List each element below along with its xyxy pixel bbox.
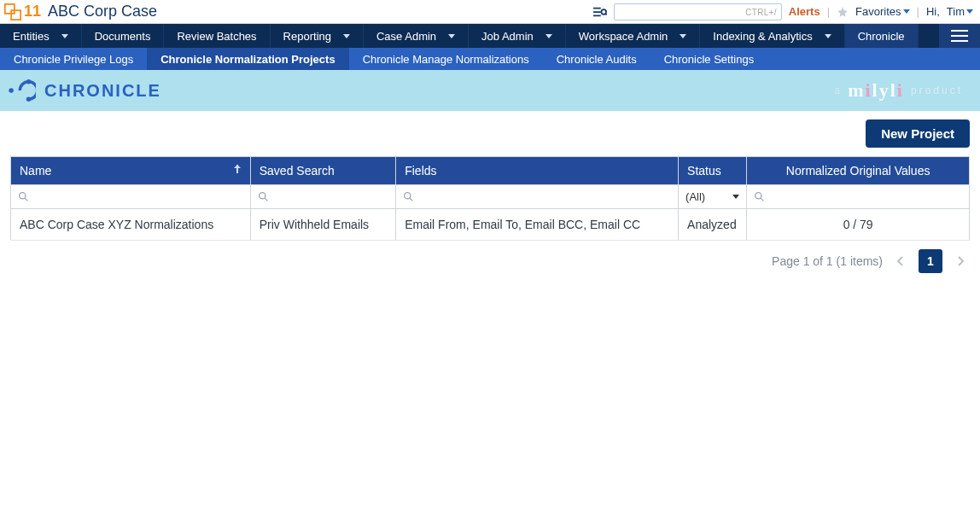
filter-fields[interactable] (403, 190, 671, 203)
col-header-saved-search[interactable]: Saved Search (250, 157, 395, 185)
a-text: a (834, 84, 841, 96)
svg-line-15 (761, 198, 763, 201)
chevron-left-icon (896, 255, 905, 267)
filter-saved-search-input[interactable] (274, 190, 388, 203)
filter-fields-input[interactable] (419, 190, 671, 203)
nav-chronicle[interactable]: Chronicle (845, 24, 919, 48)
subnav-privilege-logs[interactable]: Chronicle Privilege Logs (0, 48, 147, 70)
search-shortcut: CTRL+/ (745, 7, 777, 16)
svg-point-4 (26, 79, 31, 84)
pagination-summary: Page 1 of 1 (1 items) (772, 254, 883, 268)
filter-name-input[interactable] (34, 190, 243, 203)
page-number-current[interactable]: 1 (919, 249, 942, 273)
chevron-down-icon (61, 34, 68, 38)
global-search: CTRL+/ (614, 3, 782, 20)
divider: | (827, 5, 830, 18)
filter-name[interactable] (18, 190, 243, 203)
actions-row: New Project (10, 119, 970, 148)
svg-point-6 (9, 88, 13, 92)
nav-entities[interactable]: Entities (0, 24, 82, 48)
chevron-down-icon (825, 34, 831, 38)
filter-status-value: (All) (685, 190, 705, 203)
relativity-icon (3, 3, 22, 21)
hamburger-menu[interactable] (939, 24, 980, 48)
topbar: 11 ABC Corp Case CTRL+/ Alerts | Favorit… (0, 0, 980, 24)
case-title: ABC Corp Case (48, 3, 157, 20)
search-icon (403, 191, 414, 202)
nav-workspace-admin[interactable]: Workspace Admin (566, 24, 701, 48)
col-header-fields[interactable]: Fields (396, 157, 679, 185)
favorites-link[interactable]: Favorites (855, 5, 909, 18)
col-header-name[interactable]: Name (11, 157, 251, 185)
sort-asc-icon (233, 164, 242, 174)
subnav-settings[interactable]: Chronicle Settings (650, 48, 768, 70)
user-name: Tim (947, 5, 965, 18)
cell-name: ABC Corp Case XYZ Normalizations (11, 209, 251, 241)
nav-label: Entities (13, 30, 50, 43)
filter-row: (All) (11, 185, 970, 209)
nav-documents[interactable]: Documents (82, 24, 165, 48)
svg-point-8 (20, 193, 26, 199)
filter-nov[interactable] (754, 190, 962, 203)
milyli-brand: a milyli product (834, 79, 963, 102)
svg-line-3 (605, 13, 607, 15)
alerts-link[interactable]: Alerts (789, 5, 820, 18)
nav-indexing-analytics[interactable]: Indexing & Analytics (700, 24, 844, 48)
product-word: product (911, 84, 963, 96)
chronicle-logo-icon (7, 76, 36, 105)
new-project-button[interactable]: New Project (866, 119, 970, 148)
page-prev[interactable] (891, 252, 910, 271)
svg-point-14 (755, 193, 761, 199)
nav-job-admin[interactable]: Job Admin (469, 24, 566, 48)
cell-nov: 0 / 79 (747, 209, 970, 241)
svg-line-13 (410, 198, 412, 201)
nav-label: Chronicle (858, 30, 905, 43)
col-header-nov[interactable]: Normalized Original Values (747, 157, 970, 185)
nav-label: Documents (95, 30, 151, 43)
table-row[interactable]: ABC Corp Case XYZ Normalizations Priv Wi… (11, 209, 970, 241)
greeting: Hi, (926, 5, 940, 18)
nav-case-admin[interactable]: Case Admin (364, 24, 469, 48)
chevron-down-icon (448, 34, 455, 38)
quick-search-icon[interactable] (592, 6, 607, 18)
secondary-nav: Chronicle Privilege Logs Chronicle Norma… (0, 48, 980, 70)
user-menu[interactable]: Tim (947, 5, 973, 18)
subnav-manage-normalizations[interactable]: Chronicle Manage Normalizations (349, 48, 543, 70)
nav-reporting[interactable]: Reporting (271, 24, 364, 48)
nav-label: Reporting (283, 30, 331, 43)
chronicle-brand: CHRONICLE (7, 76, 161, 105)
filter-status[interactable]: (All) (685, 190, 739, 203)
logo-number: 11 (24, 3, 41, 20)
filter-saved-search[interactable] (258, 190, 388, 203)
projects-table: Name Saved Search Fields Status Normaliz… (10, 156, 970, 241)
divider: | (917, 5, 919, 18)
chevron-down-icon (545, 34, 552, 38)
svg-rect-1 (11, 10, 20, 20)
nav-label: Review Batches (177, 30, 256, 43)
chevron-right-icon (956, 255, 965, 267)
chevron-down-icon (903, 9, 910, 14)
nav-review-batches[interactable]: Review Batches (164, 24, 270, 48)
col-header-status[interactable]: Status (679, 157, 747, 185)
svg-point-5 (26, 96, 31, 101)
filter-nov-input[interactable] (770, 190, 962, 203)
star-icon[interactable] (837, 6, 849, 18)
milyli-word: milyli (848, 79, 904, 102)
subnav-normalization-projects[interactable]: Chronicle Normalization Projects (147, 48, 348, 70)
app-logo[interactable]: 11 (3, 3, 41, 21)
col-label: Name (20, 164, 51, 178)
cell-saved-search: Priv Withheld Emails (250, 209, 395, 241)
content-area: New Project Name Saved Search Fields Sta… (0, 111, 980, 282)
chronicle-banner: CHRONICLE a milyli product (0, 70, 980, 111)
nav-label: Indexing & Analytics (713, 30, 812, 43)
nav-label: Case Admin (376, 30, 436, 43)
subnav-audits[interactable]: Chronicle Audits (543, 48, 650, 70)
chevron-down-icon (680, 34, 686, 38)
svg-line-11 (265, 198, 267, 201)
page-next[interactable] (951, 252, 970, 271)
search-icon (258, 191, 269, 202)
svg-line-9 (25, 198, 27, 201)
svg-rect-0 (5, 3, 15, 13)
chevron-down-icon (966, 9, 973, 14)
svg-point-10 (259, 193, 265, 199)
